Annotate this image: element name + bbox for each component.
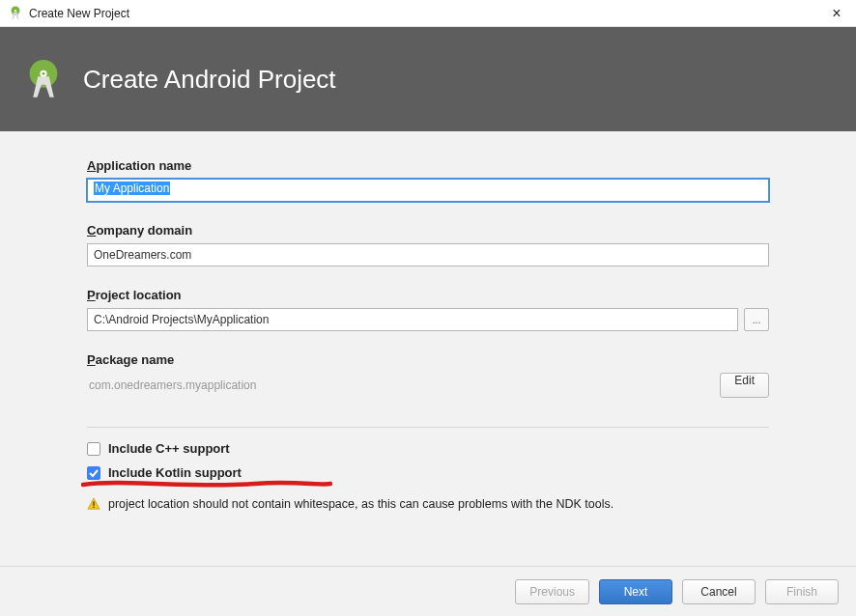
wizard-footer: Previous Next Cancel Finish [0,566,856,616]
package-name-value: com.onedreamers.myapplication [87,378,710,392]
annotation-scribble [81,480,332,490]
previous-button[interactable]: Previous [515,579,589,604]
svg-point-1 [14,9,16,11]
svg-rect-6 [93,507,94,508]
finish-button[interactable]: Finish [765,579,839,604]
cancel-button[interactable]: Cancel [682,579,756,604]
wizard-header: Create Android Project [0,27,856,131]
include-cpp-label: Include C++ support [108,441,230,456]
window: Create New Project × Create Android Proj… [0,0,856,616]
android-studio-logo-icon [21,57,66,101]
wizard-body: Application name My Application Company … [0,131,856,566]
titlebar: Create New Project × [0,0,856,27]
package-name-label: Package name [87,352,769,367]
company-domain-input[interactable] [87,243,769,266]
wizard-headline: Create Android Project [83,65,336,95]
close-icon[interactable]: × [825,6,848,21]
application-name-label: Application name [87,158,769,173]
window-title: Create New Project [29,7,825,20]
svg-point-4 [43,72,45,75]
application-name-input[interactable]: My Application [87,179,769,202]
include-cpp-checkbox[interactable] [87,442,100,456]
next-button[interactable]: Next [599,579,672,604]
browse-button[interactable]: ... [744,308,769,331]
project-location-input[interactable] [87,308,738,331]
android-studio-icon [8,6,23,21]
company-domain-label: Company domain [87,223,769,238]
project-location-label: Project location [87,288,769,302]
separator [87,427,769,428]
include-kotlin-checkbox[interactable] [87,466,100,480]
include-kotlin-label: Include Kotlin support [108,465,242,480]
edit-package-button[interactable]: Edit [720,373,769,398]
warning-text: project location should not contain whit… [108,497,613,511]
svg-rect-5 [93,501,94,505]
warning-icon [87,497,100,511]
